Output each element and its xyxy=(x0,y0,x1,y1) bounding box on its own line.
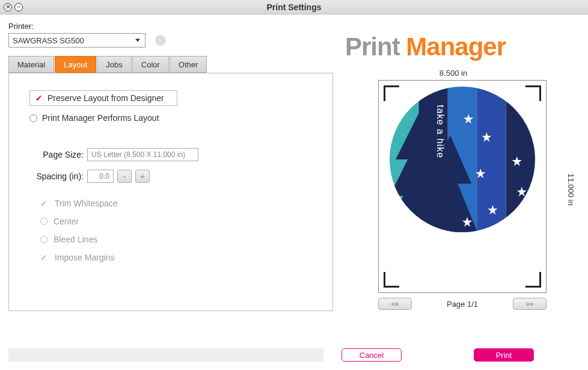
crop-mark-icon xyxy=(384,85,399,101)
next-page-button[interactable]: >> xyxy=(513,298,547,310)
crop-mark-icon xyxy=(525,85,541,101)
bleed-lines-option: Bleed Lines xyxy=(40,235,312,244)
spacing-input[interactable] xyxy=(87,170,114,183)
preview-artwork: take a hike xyxy=(390,87,535,232)
svg-rect-5 xyxy=(506,87,535,232)
radio-icon xyxy=(40,218,47,225)
brand-logo: Print Manager xyxy=(345,32,580,61)
radio-icon xyxy=(29,114,37,122)
spacing-decrement-button[interactable]: - xyxy=(117,170,132,183)
radio-icon xyxy=(40,236,47,243)
pm-performs-layout-option[interactable]: Print Manager Performs Layout xyxy=(29,113,312,123)
tab-color[interactable]: Color xyxy=(132,56,169,73)
bleed-lines-label: Bleed Lines xyxy=(54,235,97,244)
center-option: Center xyxy=(40,217,312,226)
title-bar: ✕ − Print Settings xyxy=(0,0,588,14)
center-label: Center xyxy=(54,217,79,226)
spacing-increment-button[interactable]: + xyxy=(135,170,150,183)
pm-performs-layout-label: Print Manager Performs Layout xyxy=(42,113,159,123)
crop-mark-icon xyxy=(525,272,541,288)
impose-margins-label: Impose Margins xyxy=(55,253,115,262)
svg-text:take a hike: take a hike xyxy=(435,105,446,158)
check-icon: ✓ xyxy=(40,199,49,208)
printer-status-indicator xyxy=(155,35,166,46)
page-size-label: Page Size: xyxy=(29,150,84,159)
tab-other[interactable]: Other xyxy=(170,56,207,73)
window-title: Print Settings xyxy=(266,2,321,12)
print-button[interactable]: Print xyxy=(474,348,534,362)
brand-word-2: Manager xyxy=(406,32,506,61)
tab-material[interactable]: Material xyxy=(8,56,54,73)
cancel-button[interactable]: Cancel xyxy=(341,348,402,362)
trim-whitespace-option: ✓ Trim Whitespace xyxy=(40,199,312,208)
brand-word-1: Print xyxy=(345,32,406,61)
page-indicator: Page 1/1 xyxy=(447,300,478,309)
preview-page: take a hike xyxy=(378,80,547,293)
status-bar xyxy=(8,348,323,362)
spacing-label: Spacing (in): xyxy=(29,171,84,181)
preserve-layout-label: Preserve Layout from Designer xyxy=(47,93,164,103)
printer-select[interactable]: SAWGRASS SG500 xyxy=(8,33,145,48)
printer-label: Printer: xyxy=(8,22,333,31)
check-icon: ✓ xyxy=(35,94,43,102)
prev-page-button[interactable]: << xyxy=(378,298,412,310)
tab-layout[interactable]: Layout xyxy=(55,56,96,73)
page-size-input[interactable]: US Letter (8.500 X 11.000 in) xyxy=(87,148,198,161)
minimize-window-icon[interactable]: − xyxy=(14,3,23,11)
preview-area: 8.500 in 11.000 in xyxy=(345,69,580,310)
crop-mark-icon xyxy=(384,272,399,288)
close-window-icon[interactable]: ✕ xyxy=(4,3,12,11)
impose-margins-option: ✓ Impose Margins xyxy=(40,253,312,262)
printer-selected-value: SAWGRASS SG500 xyxy=(13,36,84,45)
layout-panel: ✓ Preserve Layout from Designer Print Ma… xyxy=(8,73,333,311)
tab-jobs[interactable]: Jobs xyxy=(97,56,131,73)
page-size-value: US Letter (8.500 X 11.000 in) xyxy=(91,150,185,159)
preview-width-label: 8.500 in xyxy=(345,69,580,78)
preserve-layout-option[interactable]: ✓ Preserve Layout from Designer xyxy=(29,90,177,106)
tabs: Material Layout Jobs Color Other xyxy=(8,56,333,73)
trim-whitespace-label: Trim Whitespace xyxy=(55,199,118,208)
check-icon: ✓ xyxy=(40,253,49,262)
preview-height-label: 11.000 in xyxy=(566,173,575,206)
